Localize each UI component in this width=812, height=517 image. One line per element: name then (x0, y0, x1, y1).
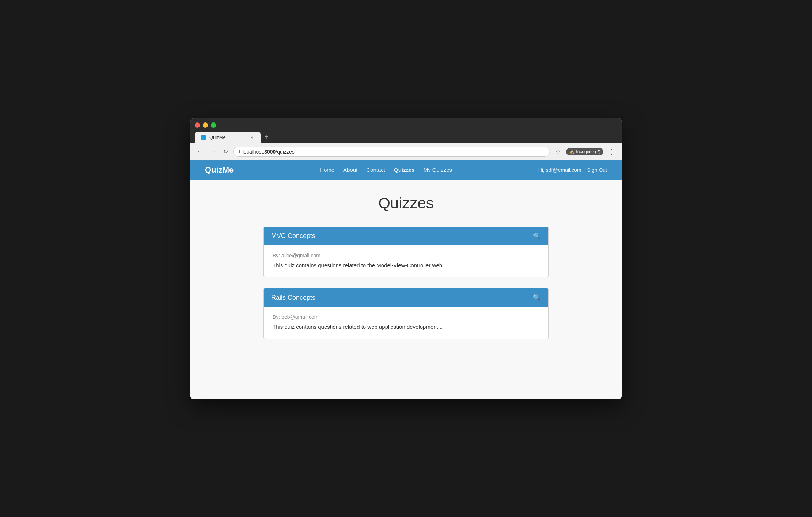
nav-link-quizzes[interactable]: Quizzes (394, 167, 415, 173)
forward-button[interactable]: → (208, 147, 218, 156)
quiz-description-mvc: This quiz contains questions related to … (273, 261, 539, 270)
browser-chrome: 🌐 QuizMe × + (190, 118, 622, 143)
tab-close-button[interactable]: × (249, 135, 255, 140)
navbar: QuizMe Home About Contact Quizzes My Qui… (190, 160, 622, 180)
address-text: localhost:3000/quizzes (243, 149, 295, 155)
address-bar[interactable]: ℹ localhost:3000/quizzes (233, 147, 550, 157)
back-button[interactable]: ← (195, 147, 205, 156)
main-content: Quizzes MVC Concepts 🔍 By: alice@gmail.c… (190, 180, 622, 399)
bookmark-button[interactable]: ☆ (553, 146, 563, 157)
quiz-description-rails: This quiz contains questions related to … (273, 323, 539, 331)
minimize-button[interactable] (203, 122, 208, 128)
incognito-badge: 🕵 Incognito (2) (566, 148, 603, 155)
nav-link-home[interactable]: Home (320, 167, 334, 173)
user-greeting: Hi, sdf@email.com (538, 167, 581, 173)
quiz-title-rails: Rails Concepts (271, 294, 315, 302)
maximize-button[interactable] (211, 122, 216, 128)
refresh-button[interactable]: ↻ (221, 147, 230, 156)
nav-link-about[interactable]: About (343, 167, 357, 173)
page-title: Quizzes (212, 195, 600, 212)
close-button[interactable] (195, 122, 200, 128)
tab-title: QuizMe (209, 135, 246, 140)
tab-bar: 🌐 QuizMe × + (195, 131, 617, 143)
navbar-links: Home About Contact Quizzes My Quizzes (320, 167, 452, 173)
new-tab-button[interactable]: + (261, 131, 272, 143)
menu-button[interactable]: ⋮ (606, 146, 617, 157)
browser-window: 🌐 QuizMe × + ← → ↻ ℹ localhost:3000/quiz… (190, 118, 622, 399)
incognito-icon: 🕵 (569, 149, 574, 154)
quiz-search-icon-mvc[interactable]: 🔍 (533, 232, 541, 240)
address-bar-row: ← → ↻ ℹ localhost:3000/quizzes ☆ 🕵 Incog… (190, 143, 622, 160)
incognito-label: Incognito (2) (576, 149, 600, 154)
quiz-card-header-mvc: MVC Concepts 🔍 (264, 227, 548, 245)
navbar-brand[interactable]: QuizMe (205, 165, 234, 175)
nav-link-myquizzes[interactable]: My Quizzes (424, 167, 452, 173)
toolbar-right: ☆ 🕵 Incognito (2) ⋮ (553, 146, 617, 157)
navbar-right: Hi, sdf@email.com Sign Out (538, 167, 607, 173)
quiz-search-icon-rails[interactable]: 🔍 (533, 294, 541, 302)
nav-link-contact[interactable]: Contact (366, 167, 385, 173)
security-icon: ℹ (239, 149, 240, 154)
tab-favicon: 🌐 (201, 135, 206, 140)
active-tab[interactable]: 🌐 QuizMe × (195, 132, 261, 143)
traffic-lights (195, 122, 617, 128)
quiz-card-body-mvc: By: alice@gmail.com This quiz contains q… (264, 245, 548, 277)
quiz-card-rails[interactable]: Rails Concepts 🔍 By: bob@gmail.com This … (263, 288, 549, 339)
quiz-author-rails: By: bob@gmail.com (273, 314, 539, 320)
sign-out-button[interactable]: Sign Out (587, 167, 607, 173)
quiz-author-mvc: By: alice@gmail.com (273, 253, 539, 258)
quiz-card-body-rails: By: bob@gmail.com This quiz contains que… (264, 307, 548, 339)
quiz-card-header-rails: Rails Concepts 🔍 (264, 288, 548, 307)
quiz-card-mvc[interactable]: MVC Concepts 🔍 By: alice@gmail.com This … (263, 227, 549, 278)
app-content: QuizMe Home About Contact Quizzes My Qui… (190, 160, 622, 399)
quiz-title-mvc: MVC Concepts (271, 232, 315, 240)
